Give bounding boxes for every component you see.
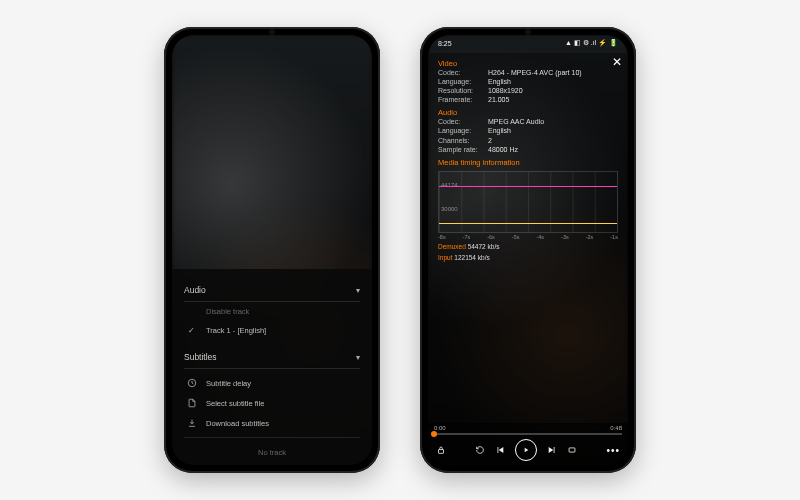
demuxed-value: 54472 kb/s <box>468 243 500 250</box>
seek-time-row: 0:00 0:48 <box>434 425 622 431</box>
video-resolution-row: Resolution: 1088x1920 <box>438 86 618 95</box>
video-resolution-label: Resolution: <box>438 86 488 95</box>
bitrate-chart: 44174 30000 <box>438 171 618 233</box>
transport-controls: ••• <box>434 439 622 461</box>
video-framerate-value: 21.005 <box>488 95 509 104</box>
chart-line-input <box>439 223 617 224</box>
xlab: -5s <box>512 234 520 240</box>
status-bar: 8:25 ▲ ◧ ⚙ .ıl ⚡ 🔋 <box>428 35 628 51</box>
status-time: 8:25 <box>438 40 452 47</box>
demuxed-bitrate-row: Demuxed 54472 kb/s <box>438 242 618 251</box>
previous-icon[interactable] <box>495 445 505 455</box>
phone-left: Audio ▾ Disable track ✓ Track 1 - [Engli… <box>164 27 380 473</box>
chart-ytick-lower: 30000 <box>441 206 458 212</box>
audio-language-row: Language: English <box>438 126 618 135</box>
no-track-label: No track <box>184 442 360 459</box>
camera-notch <box>525 29 531 35</box>
xlab: -7s <box>463 234 471 240</box>
audio-track-1-row[interactable]: ✓ Track 1 - [English] <box>184 321 360 340</box>
more-icon[interactable]: ••• <box>606 445 620 456</box>
audio-header-label: Audio <box>184 285 206 295</box>
download-subtitles-row[interactable]: Download subtitles <box>184 413 360 433</box>
chart-x-labels: -8s -7s -6s -5s -4s -3s -2s -1s <box>438 233 618 240</box>
xlab: -8s <box>438 234 446 240</box>
video-framerate-row: Framerate: 21.005 <box>438 95 618 104</box>
video-codec-value: H264 - MPEG-4 AVC (part 10) <box>488 68 582 77</box>
audio-channels-row: Channels: 2 <box>438 136 618 145</box>
download-subtitles-label: Download subtitles <box>206 419 269 428</box>
svg-rect-2 <box>569 448 575 452</box>
subtitles-section-header[interactable]: Subtitles ▾ <box>184 346 360 369</box>
file-icon <box>186 397 198 409</box>
audio-samplerate-value: 48000 Hz <box>488 145 518 154</box>
subtitle-delay-row[interactable]: Subtitle delay <box>184 373 360 393</box>
demuxed-label: Demuxed <box>438 243 466 250</box>
audio-channels-label: Channels: <box>438 136 488 145</box>
duration-time: 0:48 <box>610 425 622 431</box>
play-button[interactable] <box>515 439 537 461</box>
subtitle-actions: Subtitle delay Select subtitle file Down… <box>184 369 360 433</box>
video-info-header: Video <box>438 59 618 68</box>
audio-language-label: Language: <box>438 126 488 135</box>
audio-codec-row: Codec: MPEG AAC Audio <box>438 117 618 126</box>
input-label: Input <box>438 254 452 261</box>
seek-bar[interactable] <box>434 433 622 435</box>
xlab: -6s <box>487 234 495 240</box>
xlab: -3s <box>561 234 569 240</box>
chart-line-demuxed <box>439 186 617 187</box>
check-icon: ✓ <box>188 326 198 335</box>
select-subtitle-file-row[interactable]: Select subtitle file <box>184 393 360 413</box>
subtitles-header-label: Subtitles <box>184 352 217 362</box>
audio-channels-value: 2 <box>488 136 492 145</box>
audio-section-header[interactable]: Audio ▾ <box>184 279 360 302</box>
input-value: 122154 kb/s <box>454 254 489 261</box>
status-icons: ▲ ◧ ⚙ .ıl ⚡ 🔋 <box>565 39 618 47</box>
timing-info-header: Media timing information <box>438 158 618 167</box>
select-subtitle-file-label: Select subtitle file <box>206 399 264 408</box>
next-icon[interactable] <box>547 445 557 455</box>
video-language-label: Language: <box>438 77 488 86</box>
subtitle-delay-label: Subtitle delay <box>206 379 251 388</box>
video-framerate-label: Framerate: <box>438 95 488 104</box>
xlab: -1s <box>610 234 618 240</box>
audio-track-1-label: Track 1 - [English] <box>206 326 266 335</box>
expand-icon[interactable] <box>567 445 577 455</box>
disable-track-label: Disable track <box>206 307 249 316</box>
audio-codec-value: MPEG AAC Audio <box>488 117 544 126</box>
camera-notch <box>269 29 275 35</box>
lock-icon[interactable] <box>436 445 446 455</box>
player-controls-bar: 0:00 0:48 <box>428 423 628 465</box>
rotate-icon[interactable] <box>475 445 485 455</box>
audio-language-value: English <box>488 126 511 135</box>
chevron-down-icon: ▾ <box>356 286 360 295</box>
audio-codec-label: Codec: <box>438 117 488 126</box>
clock-sync-icon <box>186 377 198 389</box>
svg-rect-1 <box>439 450 444 454</box>
video-language-row: Language: English <box>438 77 618 86</box>
chart-ytick-upper: 44174 <box>441 182 458 188</box>
phone-right: 8:25 ▲ ◧ ⚙ .ıl ⚡ 🔋 ✕ Video Codec: H264 -… <box>420 27 636 473</box>
input-bitrate-row: Input 122154 kb/s <box>438 253 618 262</box>
video-resolution-value: 1088x1920 <box>488 86 523 95</box>
video-language-value: English <box>488 77 511 86</box>
audio-samplerate-label: Sample rate: <box>438 145 488 154</box>
current-time: 0:00 <box>434 425 446 431</box>
video-codec-row: Codec: H264 - MPEG-4 AVC (part 10) <box>438 68 618 77</box>
media-info-overlay: ✕ Video Codec: H264 - MPEG-4 AVC (part 1… <box>428 53 628 425</box>
seek-thumb[interactable] <box>431 431 437 437</box>
chevron-down-icon: ▾ <box>356 353 360 362</box>
center-controls <box>475 439 577 461</box>
divider <box>184 437 360 438</box>
screen-right: 8:25 ▲ ◧ ⚙ .ıl ⚡ 🔋 ✕ Video Codec: H264 -… <box>428 35 628 465</box>
video-codec-label: Codec: <box>438 68 488 77</box>
audio-info-header: Audio <box>438 108 618 117</box>
xlab: -2s <box>586 234 594 240</box>
xlab: -4s <box>536 234 544 240</box>
disable-track-row[interactable]: Disable track <box>184 302 360 321</box>
screen-left: Audio ▾ Disable track ✓ Track 1 - [Engli… <box>172 35 372 465</box>
close-icon[interactable]: ✕ <box>612 55 622 69</box>
audio-samplerate-row: Sample rate: 48000 Hz <box>438 145 618 154</box>
tracks-panel: Audio ▾ Disable track ✓ Track 1 - [Engli… <box>172 269 372 465</box>
download-icon <box>186 417 198 429</box>
